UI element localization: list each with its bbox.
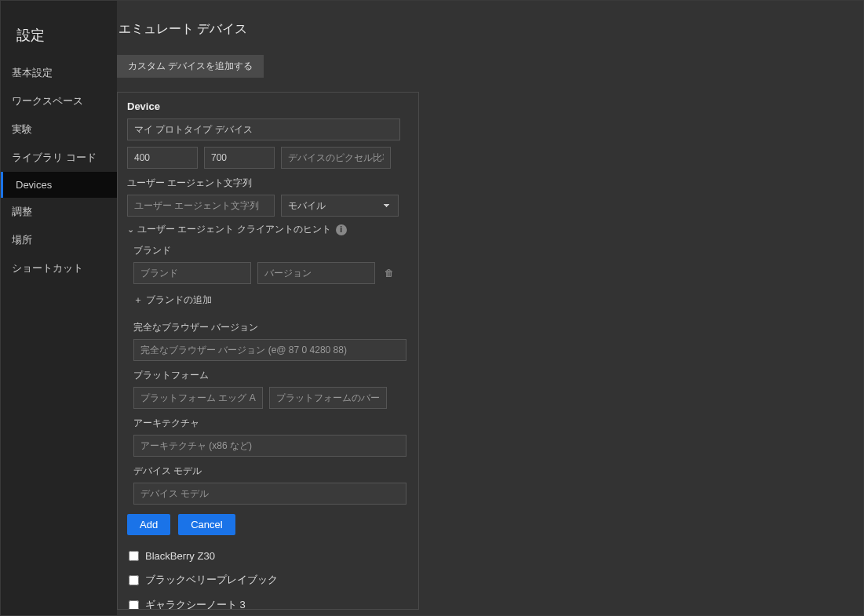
brand-label: ブランド	[133, 244, 409, 257]
device-checkbox[interactable]	[129, 600, 139, 611]
add-brand-button[interactable]: ＋ ブランドの追加	[133, 293, 212, 307]
device-name-input[interactable]	[127, 118, 400, 140]
device-width-input[interactable]	[127, 147, 198, 169]
full-browser-version-label: 完全なブラウザー バージョン	[133, 321, 409, 334]
add-custom-device-button[interactable]: カスタム デバイスを追加する	[117, 55, 264, 78]
sidebar-item-preferences[interactable]: 基本設定	[1, 59, 117, 87]
sidebar-item-library-code[interactable]: ライブラリ コード	[1, 144, 117, 172]
sidebar-title: 設定	[1, 16, 117, 59]
device-model-input[interactable]	[133, 483, 406, 505]
device-list-item[interactable]: ブラックベリープレイブック	[127, 567, 409, 592]
device-model-label: デバイス モデル	[133, 465, 409, 478]
platform-label: プラットフォーム	[133, 369, 409, 382]
sidebar-item-workspace[interactable]: ワークスペース	[1, 87, 117, 115]
platform-version-input[interactable]	[269, 387, 387, 409]
sidebar-item-experiments[interactable]: 実験	[1, 115, 117, 144]
main-panel: エミュレート デバイス カスタム デバイスを追加する Device ユーザー エ…	[117, 1, 863, 615]
device-checkbox[interactable]	[129, 551, 139, 561]
help-icon[interactable]: i	[336, 224, 347, 235]
brand-input[interactable]	[133, 262, 251, 284]
plus-icon: ＋	[133, 293, 143, 307]
full-browser-version-input[interactable]	[133, 339, 406, 361]
platform-input[interactable]	[133, 387, 263, 409]
cancel-button[interactable]: Cancel	[178, 514, 235, 535]
sidebar: 設定 基本設定 ワークスペース 実験 ライブラリ コード Devices 調整 …	[1, 1, 117, 615]
settings-window: ✕ 設定 基本設定 ワークスペース 実験 ライブラリ コード Devices 調…	[0, 0, 864, 616]
add-button[interactable]: Add	[127, 514, 170, 535]
device-list-item[interactable]: ギャラクシーノート 3	[127, 592, 409, 610]
device-section-label: Device	[127, 100, 409, 112]
brand-version-input[interactable]	[257, 262, 375, 284]
chevron-down-icon: ⌄	[127, 224, 134, 235]
client-hints-section: ブランド 🗑 ＋ ブランドの追加 完全なブラウザー バージョン プラットフォーム	[127, 244, 409, 505]
sidebar-item-devices[interactable]: Devices	[1, 172, 117, 198]
device-checkbox[interactable]	[129, 575, 139, 585]
sidebar-item-shortcuts[interactable]: ショートカット	[1, 254, 117, 282]
device-form-panel: Device ユーザー エージェント文字列 モバイル ⌄ ユーザー エージェント…	[117, 92, 419, 610]
architecture-input[interactable]	[133, 435, 406, 457]
sidebar-item-throttling[interactable]: 調整	[1, 198, 117, 226]
device-list-item[interactable]: BlackBerry Z30	[127, 545, 409, 567]
device-dpr-input[interactable]	[281, 147, 391, 169]
ua-type-select[interactable]: モバイル	[281, 195, 399, 217]
page-title: エミュレート デバイス	[117, 15, 844, 47]
client-hints-expander[interactable]: ⌄ ユーザー エージェント クライアントのヒント i	[127, 223, 409, 236]
architecture-label: アーキテクチャ	[133, 417, 409, 430]
client-hints-label: ユーザー エージェント クライアントのヒント	[137, 223, 331, 236]
ua-label: ユーザー エージェント文字列	[127, 177, 409, 190]
device-height-input[interactable]	[204, 147, 275, 169]
trash-icon[interactable]: 🗑	[385, 268, 394, 279]
sidebar-item-locations[interactable]: 場所	[1, 226, 117, 254]
ua-string-input[interactable]	[127, 195, 275, 217]
